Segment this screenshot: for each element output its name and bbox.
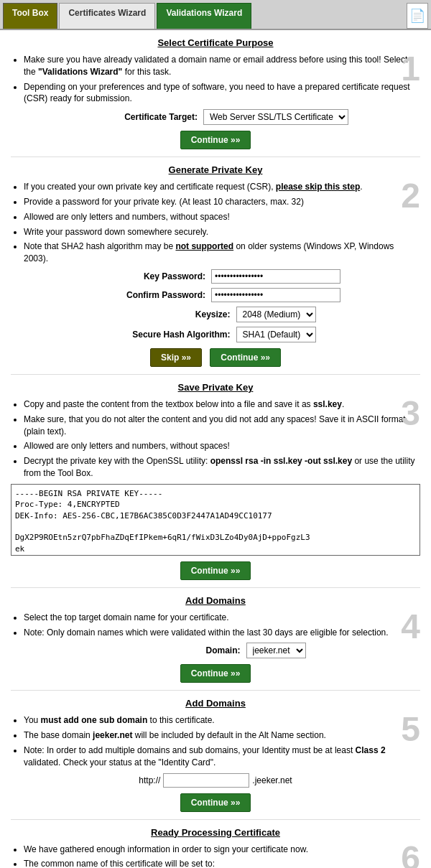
bullet-3-4: Decrypt the private key with the OpenSSL… — [24, 455, 420, 480]
main-content: 1 Select Certificate Purpose Make sure y… — [0, 30, 431, 868]
subdomain-suffix: .jeeker.net — [252, 775, 292, 785]
section-4-continue-button[interactable]: Continue »» — [180, 664, 251, 683]
bullet-2-2: Provide a password for your private key.… — [24, 196, 420, 208]
section-1-bullets: Make sure you have already validated a d… — [24, 54, 420, 105]
sha-label: Secure Hash Algorithm: — [116, 330, 231, 340]
key-password-input[interactable] — [211, 269, 340, 284]
section-2: 2 Generate Private Key If you created yo… — [11, 164, 420, 375]
section-1-continue-button[interactable]: Continue »» — [180, 131, 251, 149]
bullet-3-3: Allowed are only letters and numbers, wi… — [24, 440, 420, 452]
section-5: 5 Add Domains You must add one sub domai… — [11, 698, 420, 819]
domain-label: Domain: — [126, 645, 241, 655]
private-key-textarea[interactable]: -----BEGIN RSA PRIVATE KEY----- Proc-Typ… — [11, 484, 420, 556]
section-2-btn-row: Skip »» Continue »» — [11, 348, 420, 367]
confirm-password-input[interactable] — [211, 288, 340, 302]
section-5-title: Add Domains — [11, 698, 420, 709]
section-3-btn-row: Continue »» — [11, 561, 420, 580]
sha-row: Secure Hash Algorithm: SHA1 (Default) SH… — [11, 327, 420, 342]
section-4-btn-row: Continue »» — [11, 664, 420, 683]
section-3-bullets: Copy and paste the content from the text… — [24, 398, 420, 480]
section-3-continue-button[interactable]: Continue »» — [180, 561, 251, 580]
section-1-btn-row: Continue »» — [11, 131, 420, 149]
bullet-5-3: Note: In order to add multiple domains a… — [24, 745, 420, 769]
section-6-title: Ready Processing Certificate — [11, 827, 420, 838]
subdomain-row: http:// .jeeker.net — [11, 773, 420, 788]
section-5-continue-button[interactable]: Continue »» — [180, 793, 251, 812]
bullet-2-1: If you created your own private key and … — [24, 181, 420, 193]
bullet-3-1: Copy and paste the content from the text… — [24, 398, 420, 411]
certificate-target-row: Certificate Target: Web Server SSL/TLS C… — [11, 109, 420, 125]
certificate-target-label: Certificate Target: — [83, 112, 198, 122]
certificate-target-select[interactable]: Web Server SSL/TLS Certificate Email Cer… — [203, 109, 348, 125]
top-navigation: Tool Box Certificates Wizard Validations… — [0, 0, 431, 30]
section-2-title: Generate Private Key — [11, 164, 420, 175]
bullet-4-2: Note: Only domain names which were valid… — [24, 627, 420, 639]
subdomain-prefix: http:// — [139, 775, 160, 785]
keysize-row: Keysize: 1024 (Low) 2048 (Medium) 4096 (… — [11, 307, 420, 322]
bullet-3-2: Make sure, that you do not alter the con… — [24, 414, 420, 438]
section-4-title: Add Domains — [11, 595, 420, 606]
section-3-title: Save Private Key — [11, 382, 420, 393]
domain-row: Domain: jeeker.net — [11, 643, 420, 658]
domain-select[interactable]: jeeker.net — [246, 643, 306, 658]
sha-select[interactable]: SHA1 (Default) SHA2 — [236, 327, 316, 342]
bullet-2-4: Write your password down somewhere secur… — [24, 226, 420, 238]
section-6: 6 Ready Processing Certificate We have g… — [11, 827, 420, 868]
section-2-bullets: If you created your own private key and … — [24, 181, 420, 265]
key-password-row: Key Password: — [11, 269, 420, 284]
bullet-6-1: We have gathered enough information in o… — [24, 844, 420, 856]
keysize-label: Keysize: — [116, 309, 231, 319]
section-6-bullets: We have gathered enough information in o… — [24, 844, 420, 868]
confirm-password-label: Confirm Password: — [91, 290, 205, 300]
section-2-continue-button[interactable]: Continue »» — [210, 348, 281, 367]
confirm-password-row: Confirm Password: — [11, 288, 420, 302]
bullet-2-5: Note that SHA2 hash algorithm may be not… — [24, 241, 420, 265]
bullet-1-1: Make sure you have already validated a d… — [24, 54, 420, 78]
section-2-skip-button[interactable]: Skip »» — [150, 348, 202, 367]
bullet-5-2: The base domain jeeker.net will be inclu… — [24, 729, 420, 742]
section-4: 4 Add Domains Select the top target doma… — [11, 595, 420, 691]
bullet-6-2: The common name of this certificate will… — [24, 858, 420, 868]
subdomain-input[interactable] — [163, 773, 249, 788]
section-5-btn-row: Continue »» — [11, 793, 420, 812]
bullet-5-1: You must add one sub domain to this cert… — [24, 714, 420, 727]
keysize-select[interactable]: 1024 (Low) 2048 (Medium) 4096 (High) — [236, 307, 316, 322]
key-password-label: Key Password: — [91, 271, 205, 281]
bullet-1-2: Depending on your preferences and type o… — [24, 81, 420, 106]
validations-wizard-tab[interactable]: Validations Wizard — [157, 3, 251, 29]
bullet-2-3: Allowed are only letters and numbers, wi… — [24, 211, 420, 223]
bullet-4-1: Select the top target domain name for yo… — [24, 612, 420, 624]
section-1-title: Select Certificate Purpose — [11, 37, 420, 48]
section-3: 3 Save Private Key Copy and paste the co… — [11, 382, 420, 588]
section-5-bullets: You must add one sub domain to this cert… — [24, 714, 420, 768]
document-icon[interactable]: 📄 — [407, 3, 428, 29]
toolbox-tab[interactable]: Tool Box — [3, 3, 57, 29]
section-1: 1 Select Certificate Purpose Make sure y… — [11, 37, 420, 157]
certificates-wizard-tab[interactable]: Certificates Wizard — [59, 3, 155, 29]
section-4-bullets: Select the top target domain name for yo… — [24, 612, 420, 639]
